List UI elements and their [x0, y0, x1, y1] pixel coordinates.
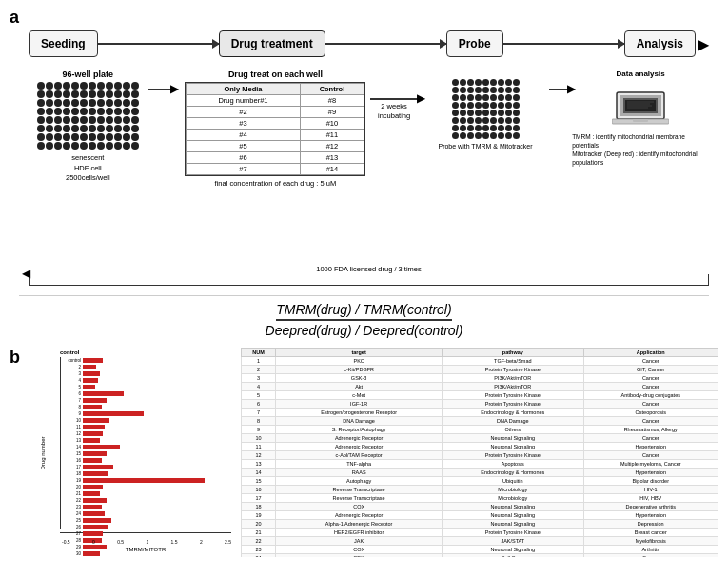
bar-label: 23 [62, 505, 81, 509]
formula-denominator: Deepred(drug) / Deepred(control) [266, 323, 463, 338]
plate-dot [123, 82, 130, 90]
arrow-line-drug: ▶ [148, 89, 171, 90]
drug-table-inner: Only MediaControlDrug number#1#8#2#9#3#1… [186, 83, 364, 175]
data-table-cell: Estrogen/progesterone Receptor [276, 409, 443, 417]
data-table-cell: 14 [242, 469, 276, 477]
plate-dot [80, 125, 88, 132]
data-table-cell: Protein Tyrosine Kinase [443, 400, 583, 409]
bar-row: 19 [62, 477, 231, 483]
probe-dot [505, 87, 512, 93]
data-table-cell: Cell Cycle [443, 554, 583, 558]
data-table-cell: TNF-alpha [276, 460, 443, 469]
bar-fill [83, 551, 100, 556]
x-tick-label: 0 [92, 539, 95, 545]
plate-dot [114, 116, 122, 124]
data-table-row: 5c-MetProtein Tyrosine KinaseAntibody-dr… [242, 391, 718, 400]
plate-dot [71, 82, 79, 90]
data-table-row: 24CDKCell CycleCancer [242, 554, 718, 558]
drug-table-header: Control [300, 84, 364, 95]
plate-dot [71, 116, 79, 124]
data-table-cell: Neuronal Signaling [443, 503, 583, 511]
data-table-cell: 15 [242, 477, 276, 486]
bar-fill [83, 425, 105, 429]
data-table-row: 16Reverse TranscriptaseMicrobiologyHIV-1 [242, 486, 718, 494]
probe-dot [498, 87, 504, 93]
probe-dot [467, 110, 474, 116]
data-table-row: 15AutophagyUbiquitinBipolar disorder [242, 477, 718, 486]
pipeline-probe: Probe [446, 30, 503, 57]
data-table-row: 9S. Receptor/AutophagyOthersRheumatismus… [242, 426, 718, 434]
data-table-cell: c-Abl/TAM Receptor [276, 451, 443, 460]
data-table-cell: 20 [242, 520, 276, 529]
plate-dot [97, 108, 105, 115]
data-table-cell: COX [276, 503, 443, 511]
plate-dot [106, 108, 113, 115]
plate-dot [89, 142, 96, 150]
data-table-cell: 9 [242, 426, 276, 434]
drug-table-cell: #4 [187, 130, 300, 141]
formula-numerator: TMRM(drug) / TMRM(control) [276, 302, 451, 321]
analysis-info: TMRM : identify mitochondrial membrane p… [572, 132, 709, 167]
bar-row: 11 [62, 424, 231, 429]
probe-dot [513, 87, 520, 93]
plate-dot [37, 125, 45, 132]
probe-dot [452, 79, 459, 86]
plate-dot [97, 125, 105, 132]
data-table-cell: CDK [276, 554, 443, 558]
plate-dot [54, 82, 62, 90]
bar-fill [83, 458, 102, 463]
probe-dot [475, 125, 482, 131]
probe-dot [513, 94, 520, 101]
mid-arrow: 2 weeks incubating [366, 70, 422, 121]
bar-fill [83, 505, 102, 509]
arrow-line-analysis: ▶ [549, 89, 568, 90]
plate-dot [46, 90, 53, 98]
pipeline-seeding: Seeding [29, 30, 98, 57]
end-arrow: ▶ [698, 35, 709, 53]
chart-title: control [60, 349, 79, 355]
drug-table-cell: #2 [187, 107, 300, 118]
plate-dot [106, 142, 113, 150]
data-table-cell: PI3K/Akt/mTOR [443, 374, 583, 383]
data-table-cell: Osteoporosis [583, 409, 718, 417]
plate-dot [97, 82, 105, 90]
data-table-cell: Neuronal Signaling [443, 546, 583, 554]
bar-fill [83, 465, 113, 469]
bar-row: 16 [62, 457, 231, 463]
data-table-cell: 8 [242, 417, 276, 426]
probe-dot [475, 94, 482, 101]
data-table-cell: Protein Tyrosine Kinase [443, 529, 583, 537]
bar-fill [83, 405, 102, 409]
bar-fill [83, 518, 111, 523]
pipeline-row: Seeding Drug treatment Probe Analysis ▶ [29, 25, 709, 63]
data-table-cell: Cancer [583, 400, 718, 409]
data-table-cell: Rheumatismus, Allergy [583, 426, 718, 434]
probe-dot [467, 79, 474, 86]
bar-row: 14 [62, 444, 231, 449]
arrow-3 [503, 43, 624, 45]
x-tick-label: 0.5 [117, 539, 124, 545]
probe-dot [505, 110, 512, 116]
bar-label: 3 [62, 371, 81, 376]
bar-label: 11 [62, 425, 81, 429]
plate-dot [80, 90, 88, 98]
plate-dot [71, 90, 79, 98]
probe-dot [460, 87, 466, 93]
data-table-cell: Apoptosis [443, 460, 583, 469]
probe-dot [460, 102, 466, 109]
data-table-row: 17Reverse TranscriptaseMicrobiologyHIV, … [242, 494, 718, 503]
data-table-row: 3GSK-3PI3K/Akt/mTORCancer [242, 374, 718, 383]
plate-dot [131, 90, 139, 98]
data-table-cell: Endocrinology & Hormones [443, 409, 583, 417]
probe-dot [460, 110, 466, 116]
probe-dot [513, 102, 520, 109]
feedback-container: 1000 FDA licensed drug / 3 times ◀ [29, 265, 709, 286]
data-table-cell: Breast cancer [583, 529, 718, 537]
bar-row: 25 [62, 517, 231, 523]
plate-dot [63, 90, 70, 98]
drug-table-cell: #10 [300, 118, 364, 130]
probe-dot [513, 125, 520, 131]
plate-dot [46, 82, 53, 90]
data-table-cell: PI3K/Akt/mTOR [443, 383, 583, 391]
data-table-cell: 3 [242, 374, 276, 383]
